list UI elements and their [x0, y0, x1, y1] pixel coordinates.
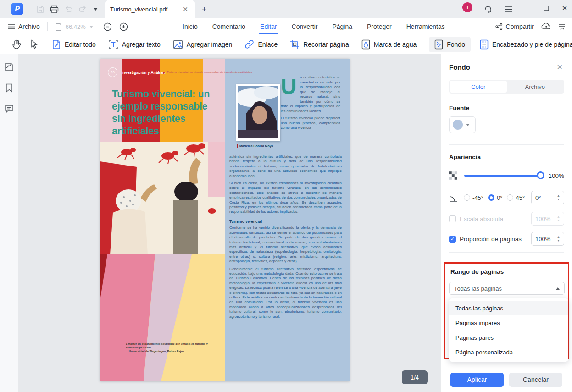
- content-area: 20 Investigación y Análisis Turismo vive…: [0, 54, 572, 392]
- rango-label: Rango de páginas: [450, 268, 504, 275]
- escala-checkbox[interactable]: [449, 215, 456, 222]
- undo-icon[interactable]: [63, 4, 74, 15]
- maximize-button[interactable]: [541, 4, 551, 11]
- option-paginas-impares[interactable]: Páginas impares: [449, 315, 568, 330]
- rotation-minus45-label[interactable]: -45°: [472, 194, 483, 201]
- footnote-line2: Universidad de Wageningen, Países Bajos.: [126, 349, 222, 353]
- caption-bar: [237, 144, 238, 148]
- rotation-value: 0°: [535, 194, 541, 201]
- rango-selected-value: Todas las páginas: [454, 285, 502, 292]
- tab-inicio[interactable]: Inicio: [183, 18, 198, 35]
- tab-comentario[interactable]: Comentario: [212, 18, 245, 35]
- tab-herramientas[interactable]: Herramientas: [406, 18, 445, 35]
- tab-archivo[interactable]: Archivo: [507, 81, 564, 93]
- background-icon: [434, 39, 443, 50]
- agregar-imagen-button[interactable]: Agregar imagen: [173, 40, 233, 49]
- tab-convertir[interactable]: Convertir: [292, 18, 318, 35]
- zoom-dropdown-icon[interactable]: [89, 26, 93, 28]
- zoom-in-icon[interactable]: [119, 22, 128, 31]
- history-dropdown-icon[interactable]: [90, 4, 101, 15]
- rotation-45-label[interactable]: 45°: [516, 194, 525, 201]
- rango-highlight-box: Rango de páginas Todas las páginas Todas…: [444, 262, 569, 359]
- rotation-minus45-radio[interactable]: [464, 194, 470, 201]
- tab-proteger[interactable]: Proteger: [367, 18, 392, 35]
- spinner-down-icon[interactable]: ▼: [557, 198, 560, 201]
- cloud-upload-icon[interactable]: [541, 23, 551, 30]
- spinner-up-icon[interactable]: ▲: [557, 236, 560, 238]
- tab-close-icon[interactable]: ✕: [181, 5, 190, 14]
- tab-editar[interactable]: Editar: [260, 18, 277, 35]
- swatch-dropdown-icon[interactable]: [466, 124, 470, 126]
- spinner-down-icon[interactable]: ▼: [557, 239, 560, 242]
- new-tab-icon[interactable]: +: [202, 5, 207, 14]
- compartir-label: Compartir: [506, 23, 534, 30]
- bookmarks-panel-icon[interactable]: [6, 83, 13, 93]
- left-sidebar: [0, 54, 18, 392]
- compartir-button[interactable]: Compartir: [495, 23, 534, 30]
- comments-panel-icon[interactable]: [5, 105, 14, 113]
- proporcion-checkbox[interactable]: ✓: [449, 236, 456, 243]
- option-todas-las-paginas[interactable]: Todas las páginas: [449, 301, 568, 315]
- recortar-pagina-button[interactable]: Recortar página: [290, 39, 349, 49]
- main-menu-icon[interactable]: [503, 4, 514, 15]
- redo-icon[interactable]: [77, 4, 88, 15]
- minimize-button[interactable]: —: [523, 4, 533, 12]
- proporcion-label[interactable]: Proporción de páginas: [460, 236, 522, 243]
- panel-close-icon[interactable]: ✕: [557, 63, 563, 72]
- spinner-up-icon[interactable]: ▲: [557, 194, 560, 197]
- option-paginas-pares[interactable]: Páginas pares: [449, 330, 568, 345]
- page-size-icon[interactable]: [55, 23, 62, 31]
- pdf-page[interactable]: 20 Investigación y Análisis Turismo vive…: [100, 59, 350, 381]
- proporcion-row: ✓ Proporción de páginas 100% ▲▼: [449, 234, 564, 244]
- close-button[interactable]: ✕: [560, 4, 570, 12]
- support-headset-icon[interactable]: [483, 4, 494, 15]
- aplicar-button[interactable]: Aplicar: [450, 373, 504, 387]
- app-logo-icon[interactable]: P: [11, 3, 23, 15]
- collapse-toolbar-icon[interactable]: [559, 23, 566, 30]
- escala-label[interactable]: Escala absoluta: [460, 215, 503, 222]
- hand-tool[interactable]: [12, 39, 22, 50]
- article-subheading: Turismo vivencial: [229, 219, 342, 224]
- rotation-45-radio[interactable]: [507, 194, 513, 201]
- proporcion-value: 100%: [535, 236, 550, 243]
- rotation-value-spinner[interactable]: 0° ▲▼: [531, 191, 564, 204]
- rotation-0-label[interactable]: 0°: [497, 194, 502, 201]
- option-pagina-personalizada[interactable]: Página personalizada: [449, 345, 568, 359]
- encabezado-button[interactable]: Encabezado y pie de página: [480, 39, 572, 50]
- editar-todo-button[interactable]: Editar todo: [52, 39, 96, 50]
- save-icon[interactable]: [35, 4, 46, 15]
- select-tool[interactable]: [30, 39, 38, 49]
- zoom-out-icon[interactable]: [103, 22, 112, 31]
- document-tab[interactable]: Turismo_vivencial.pdf ✕: [105, 0, 195, 18]
- proporcion-spinner[interactable]: 100% ▲▼: [531, 232, 564, 246]
- header-footer-icon: [480, 39, 489, 50]
- rotation-0-radio[interactable]: [488, 194, 494, 201]
- selected-color-dot: [453, 120, 463, 130]
- select-collapse-icon[interactable]: [556, 287, 560, 290]
- intro-text: U n destino ecoturístico se caracteriza …: [281, 75, 340, 155]
- author-photo-image: [238, 86, 278, 138]
- archivo-menu[interactable]: Archivo: [8, 23, 40, 30]
- add-text-icon: [108, 39, 118, 50]
- tab-color[interactable]: Color: [450, 81, 507, 93]
- fondo-button[interactable]: Fondo: [429, 37, 471, 52]
- print-icon[interactable]: [49, 4, 60, 15]
- spinner-up-icon[interactable]: ▲: [557, 215, 560, 218]
- spinner-down-icon[interactable]: ▼: [557, 219, 560, 222]
- cancelar-button[interactable]: Cancelar: [509, 373, 562, 387]
- color-swatch-picker[interactable]: [449, 116, 476, 133]
- agregar-texto-button[interactable]: Agregar texto: [108, 39, 161, 50]
- opacity-slider[interactable]: [464, 175, 541, 177]
- enlace-button[interactable]: Enlace: [244, 39, 278, 49]
- thumbnails-panel-icon[interactable]: [5, 62, 14, 72]
- share-icon: [495, 23, 503, 30]
- zoom-level[interactable]: 66.42%: [66, 23, 86, 30]
- avatar[interactable]: T: [462, 2, 472, 12]
- marca-de-agua-button[interactable]: Marca de agua: [361, 39, 417, 50]
- article-body: auténtica sin ingredientes artificiales,…: [229, 155, 342, 378]
- opacity-slider-thumb[interactable]: [537, 171, 544, 179]
- tab-pagina[interactable]: Página: [332, 18, 352, 35]
- rango-select[interactable]: Todas las páginas: [449, 282, 565, 295]
- document-viewport[interactable]: 20 Investigación y Análisis Turismo vive…: [18, 54, 440, 392]
- escala-spinner[interactable]: 100% ▲▼: [531, 212, 564, 226]
